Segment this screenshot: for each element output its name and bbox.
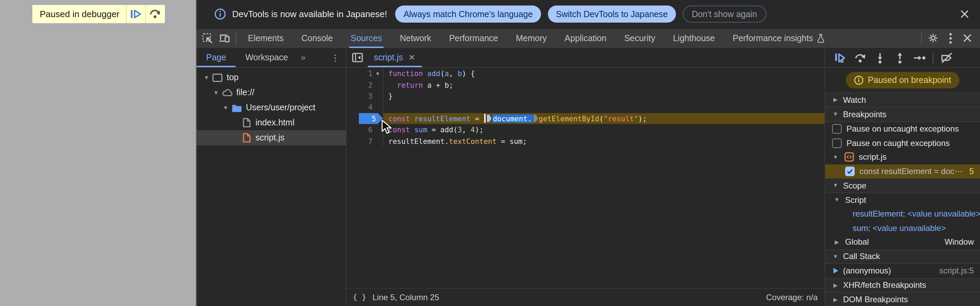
code-token: const (388, 115, 410, 123)
collapse-sidebar-button[interactable] (347, 48, 368, 67)
scope-variable-resultelement[interactable]: resultElement: <value unavailable> (825, 207, 980, 221)
frame-icon (212, 72, 223, 83)
code-line-7[interactable]: 7resultElement.textContent = sum; (347, 135, 824, 147)
close-devtools-button[interactable] (959, 29, 976, 48)
scope-section-label: Scope (843, 181, 866, 191)
section-xhr-breakpoints[interactable]: ▶ XHR/fetch Breakpoints (825, 278, 980, 293)
tab-console[interactable]: Console (293, 29, 342, 48)
code-line-4[interactable]: 4 (347, 101, 824, 113)
chevron-down-icon[interactable]: ▼ (212, 89, 221, 96)
breakpoint-option-pause-on-caught-exceptions[interactable]: Pause on caught exceptions (825, 136, 980, 150)
resume-script-button[interactable] (830, 48, 850, 67)
code-token: ); (475, 126, 484, 134)
tab-lighthouse[interactable]: Lighthouse (664, 29, 724, 48)
divider (933, 53, 934, 63)
section-breakpoints[interactable]: ▼ Breakpoints (825, 107, 980, 122)
notification-action-don-t-show-again[interactable]: Don't show again (683, 6, 766, 23)
code-token: } (388, 92, 393, 100)
notification-action-switch-devtools-to-japanese[interactable]: Switch DevTools to Japanese (548, 6, 676, 23)
checkbox-unchecked[interactable] (832, 139, 842, 148)
experiment-flask-icon (817, 33, 826, 43)
section-watch[interactable]: ▶ Watch (825, 92, 980, 107)
tab-application[interactable]: Application (556, 29, 615, 48)
tree-item-label: file:// (236, 88, 255, 97)
editor-tab-scriptjs[interactable]: script.js ✕ (368, 48, 422, 67)
gear-icon (927, 33, 939, 44)
tree-item-top[interactable]: ▼top (197, 70, 346, 85)
fold-arrow-icon[interactable]: ▼ (372, 68, 383, 79)
pretty-print-icon[interactable]: { } (353, 293, 366, 301)
tree-item-script-js[interactable]: script.js (197, 130, 346, 145)
tree-item-label: script.js (255, 133, 285, 143)
code-line-text: function add(a, b) { (383, 68, 824, 79)
breakpoint-option-pause-on-uncaught-exceptions[interactable]: Pause on uncaught exceptions (825, 122, 980, 136)
close-icon (960, 10, 969, 19)
banner-resume-button[interactable] (127, 5, 146, 22)
breakpoint-file-group[interactable]: ▼ script.js (825, 150, 980, 164)
code-line-text: const sum = add(3, 4); (383, 124, 824, 135)
file-icon (240, 118, 252, 128)
tab-network[interactable]: Network (391, 29, 440, 48)
navigator-more-options-button[interactable]: ⋮ (325, 48, 346, 67)
code-token: , (462, 126, 471, 134)
dom-breakpoints-label: DOM Breakpoints (843, 295, 908, 304)
tab-performance[interactable]: Performance (440, 29, 507, 48)
section-dom-breakpoints[interactable]: ▶ DOM Breakpoints (825, 293, 980, 306)
frame-function-name: (anonymous) (843, 266, 934, 276)
inline-breakpoint-marker[interactable] (487, 115, 492, 122)
inspect-element-button[interactable] (199, 29, 216, 48)
section-call-stack[interactable]: ▼ Call Stack (825, 249, 980, 264)
step-over-icon (150, 9, 161, 19)
tree-item-file-[interactable]: ▼file:// (197, 85, 346, 100)
call-stack-section-label: Call Stack (843, 252, 880, 261)
step-over-button[interactable] (850, 48, 870, 67)
step-out-button[interactable] (889, 48, 910, 67)
code-line-5[interactable]: 5const resultElement = document.getEleme… (347, 113, 824, 124)
chevron-down-icon[interactable]: ▼ (202, 74, 211, 81)
tab-page[interactable]: Page (197, 48, 235, 67)
code-line-6[interactable]: 6const sum = add(3, 4); (347, 124, 824, 135)
folder-icon (231, 102, 242, 113)
text-caret (484, 114, 485, 123)
checkbox-checked[interactable] (845, 167, 855, 176)
tab-performance-insights[interactable]: Performance insights (724, 29, 834, 48)
variable-colon: : (868, 223, 872, 233)
tree-item-users-user-project[interactable]: ▼Users/user/project (197, 100, 346, 115)
code-line-2[interactable]: 2 return a + b; (347, 79, 824, 91)
deactivate-breakpoints-button[interactable] (937, 48, 957, 67)
step-button[interactable] (910, 48, 929, 67)
paused-on-breakpoint-badge: Paused on breakpoint (846, 72, 959, 88)
cursor-position-label: Line 5, Column 25 (372, 292, 439, 302)
notification-close-button[interactable] (955, 5, 973, 23)
callstack-frame[interactable]: (anonymous)script.js:5 (825, 264, 980, 278)
tree-item-index-html[interactable]: index.html (197, 115, 346, 130)
code-token: , (449, 69, 457, 77)
toggle-device-toolbar-button[interactable] (216, 29, 233, 48)
tab-elements[interactable]: Elements (239, 29, 293, 48)
scope-group-script[interactable]: ▼Script (825, 193, 980, 207)
tab-memory[interactable]: Memory (507, 29, 556, 48)
settings-button[interactable] (924, 29, 942, 48)
scope-group-global[interactable]: ▶GlobalWindow (825, 235, 980, 249)
breakpoint-entry[interactable]: const resultElement = doc⋯5 (825, 164, 980, 178)
more-tabs-button[interactable]: » (298, 48, 310, 67)
code-line-3[interactable]: 3} (347, 91, 824, 102)
checkbox-unchecked[interactable] (832, 124, 842, 134)
inline-breakpoint-marker[interactable] (533, 115, 538, 122)
scope-rows: ▼ScriptresultElement: <value unavailable… (825, 193, 980, 249)
step-into-button[interactable] (870, 48, 889, 67)
code-line-1[interactable]: 1▼function add(a, b) { (347, 68, 824, 79)
section-scope[interactable]: ▼ Scope (825, 178, 980, 193)
chevron-down-icon[interactable]: ▼ (221, 105, 230, 111)
tab-label: Lighthouse (673, 33, 714, 43)
scope-variable-sum[interactable]: sum: <value unavailable> (825, 221, 980, 235)
tab-security[interactable]: Security (615, 29, 664, 48)
notification-action-always-match-chrome-s-language[interactable]: Always match Chrome's language (395, 6, 541, 23)
main-tabbar-tabs: ElementsConsoleSourcesNetworkPerformance… (239, 29, 834, 48)
more-options-button[interactable] (942, 29, 959, 48)
code-editor[interactable]: 1▼function add(a, b) {2 return a + b;3}4… (347, 68, 824, 287)
close-tab-icon[interactable]: ✕ (409, 53, 415, 62)
banner-step-over-button[interactable] (146, 5, 165, 22)
tab-workspace[interactable]: Workspace (235, 48, 298, 67)
tab-sources[interactable]: Sources (342, 29, 391, 48)
